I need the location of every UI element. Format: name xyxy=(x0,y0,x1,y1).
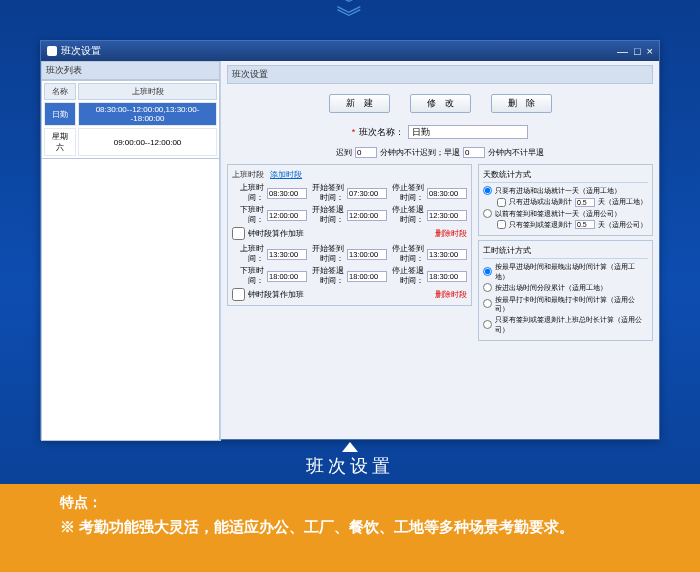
features-text: ※ 考勤功能强大灵活，能适应办公、工厂、餐饮、工地等多种场景考勤要求。 xyxy=(60,516,640,539)
add-period-link[interactable]: 添加时段 xyxy=(270,169,302,180)
day-opt-2[interactable] xyxy=(497,198,506,207)
overtime-checkbox-2[interactable] xyxy=(232,288,245,301)
table-row[interactable]: 日勤08:30:00--12:00:00,13:30:00--18:00:00 xyxy=(44,102,217,126)
app-icon xyxy=(47,46,57,56)
config-header: 班次设置 xyxy=(227,65,653,84)
day-count-group: 天数统计方式 只要有进场和出场就计一天（适用工地） 只有进场或出场则计天（适用工… xyxy=(478,164,653,236)
hour-count-title: 工时统计方式 xyxy=(483,245,648,259)
day-opt-1[interactable] xyxy=(483,186,492,195)
early-minutes-input[interactable] xyxy=(463,147,485,158)
col-time: 上班时段 xyxy=(78,83,217,100)
overtime-checkbox-1[interactable] xyxy=(232,227,245,240)
triangle-pointer xyxy=(342,442,358,452)
hour-opt-2[interactable] xyxy=(483,283,492,292)
late-text: 分钟内不计迟到；早退 xyxy=(380,147,460,158)
start-time-input-2[interactable] xyxy=(267,249,307,260)
shift-name-input[interactable] xyxy=(408,125,528,139)
maximize-button[interactable]: □ xyxy=(634,45,641,57)
window-title: 班次设置 xyxy=(61,44,101,58)
start-time-input[interactable] xyxy=(267,188,307,199)
features-banner: 特点： ※ 考勤功能强大灵活，能适应办公、工厂、餐饮、工地等多种场景考勤要求。 xyxy=(0,484,700,572)
checkin-end-input[interactable] xyxy=(427,188,467,199)
checkout-end-input[interactable] xyxy=(427,210,467,221)
required-mark: * xyxy=(352,127,356,137)
shift-list-header: 班次列表 xyxy=(41,61,220,80)
time-periods-group: 上班时段 添加时段 上班时间： 开始签到时间： 停止签到时间： 下班时间： 开始… xyxy=(227,164,472,306)
titlebar: 班次设置 — □ × xyxy=(41,41,659,61)
col-name: 名称 xyxy=(44,83,76,100)
features-heading: 特点： xyxy=(60,494,640,512)
shift-list-panel: 班次列表 名称上班时段 日勤08:30:00--12:00:00,13:30:0… xyxy=(41,61,221,441)
shift-config-panel: 班次设置 新 建 修 改 删 除 * 班次名称： 迟到 分钟内不计迟到；早退 分… xyxy=(221,61,659,441)
list-blank xyxy=(41,159,220,441)
end-time-input-2[interactable] xyxy=(267,271,307,282)
day-opt-3[interactable] xyxy=(483,209,492,218)
hour-count-group: 工时统计方式 按最早进场时间和最晚出场时间计算（适用工地） 按进出场时间分段累计… xyxy=(478,240,653,341)
settings-window: 班次设置 — □ × 班次列表 名称上班时段 日勤08:30:00--12:00… xyxy=(40,40,660,440)
decoration-chevrons: ︾︾ xyxy=(336,0,364,23)
hour-opt-3[interactable] xyxy=(483,299,492,308)
end-time-input[interactable] xyxy=(267,210,307,221)
day-count-title: 天数统计方式 xyxy=(483,169,648,183)
delete-period-link-2[interactable]: 删除时段 xyxy=(435,290,467,300)
checkin-start-input-2[interactable] xyxy=(347,249,387,260)
half-day-input-1[interactable] xyxy=(575,198,595,207)
table-row[interactable]: 星期六09:00:00--12:00:00 xyxy=(44,128,217,156)
half-day-input-2[interactable] xyxy=(575,220,595,229)
edit-button[interactable]: 修 改 xyxy=(410,94,471,113)
periods-title: 上班时段 xyxy=(232,169,264,180)
early-text: 分钟内不计早退 xyxy=(488,147,544,158)
day-opt-4[interactable] xyxy=(497,220,506,229)
late-label: 迟到 xyxy=(336,147,352,158)
hour-opt-4[interactable] xyxy=(483,320,492,329)
page-caption: 班次设置 xyxy=(0,454,700,478)
checkin-end-input-2[interactable] xyxy=(427,249,467,260)
hour-opt-1[interactable] xyxy=(483,267,492,276)
delete-period-link[interactable]: 删除时段 xyxy=(435,229,467,239)
name-label: 班次名称： xyxy=(359,126,404,139)
shift-table: 名称上班时段 日勤08:30:00--12:00:00,13:30:00--18… xyxy=(41,80,220,159)
late-minutes-input[interactable] xyxy=(355,147,377,158)
checkout-start-input-2[interactable] xyxy=(347,271,387,282)
checkout-end-input-2[interactable] xyxy=(427,271,467,282)
close-button[interactable]: × xyxy=(647,45,653,57)
checkout-start-input[interactable] xyxy=(347,210,387,221)
delete-button[interactable]: 删 除 xyxy=(491,94,552,113)
checkin-start-input[interactable] xyxy=(347,188,387,199)
new-button[interactable]: 新 建 xyxy=(329,94,390,113)
minimize-button[interactable]: — xyxy=(617,45,628,57)
